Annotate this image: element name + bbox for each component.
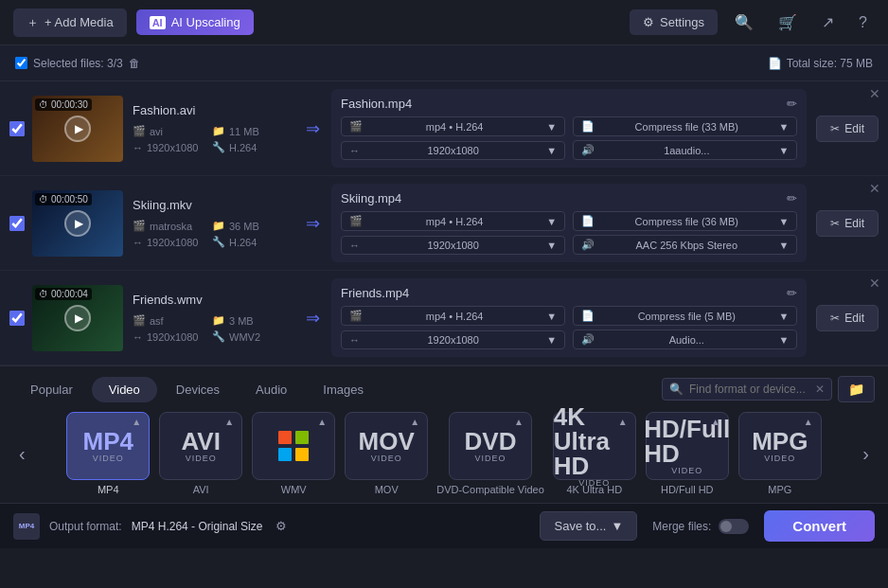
chevron-down-icon2: ▼ <box>778 121 789 133</box>
format-carousel: ‹ ▲ MP4 VIDEO MP4 ▲ AVI VIDEO AVI ▲ <box>13 412 875 503</box>
tab-devices[interactable]: Devices <box>159 377 237 402</box>
file-close-button[interactable]: ✕ <box>869 276 880 290</box>
file-checkbox[interactable] <box>9 311 25 326</box>
format-icon-box: ▲ HD/Full HD VIDEO <box>646 412 729 480</box>
search-clear-icon[interactable]: ✕ <box>815 383 825 396</box>
output-resolution-dropdown[interactable]: ↔ 1920x1080 ▼ <box>341 330 565 349</box>
selected-files-label: Selected files: 3/3 <box>33 57 123 70</box>
format-item-dvd[interactable]: ▲ DVD VIDEO DVD-Compatible Video <box>436 412 544 495</box>
share-button[interactable]: ↗ <box>814 9 842 35</box>
codec-meta: 🔧 H.264 <box>212 141 284 153</box>
format-icon-sub: VIDEO <box>474 454 506 463</box>
output-resolution-dropdown[interactable]: ↔ 1920x1080 ▼ <box>341 236 565 255</box>
play-button[interactable]: ▶ <box>64 305 91 331</box>
bottom-bar: MP4 Output format: MP4 H.264 - Original … <box>0 503 888 548</box>
delete-icon[interactable]: 🗑 <box>129 57 140 70</box>
output-format-dropdown[interactable]: 🎬 mp4 • H.264 ▼ <box>341 116 565 136</box>
tab-images[interactable]: Images <box>306 377 381 402</box>
chevron-down-icon: ▼ <box>546 311 557 322</box>
chevron-down-icon2: ▼ <box>778 311 789 322</box>
size-icon: 📁 <box>212 220 225 232</box>
merge-files-toggle[interactable] <box>719 519 749 534</box>
format-item-4k[interactable]: ▲ 4K Ultra HD VIDEO 4K Ultra HD <box>552 412 637 495</box>
file-name: Skiing.mkv <box>133 198 284 212</box>
output-rows: 🎬 mp4 • H.264 ▼ 📄 Compress file (5 MB) ▼… <box>341 306 797 349</box>
clock-icon: ⏱ <box>39 289 48 299</box>
format-meta: 🎬 avi <box>133 125 204 137</box>
output-audio-dropdown[interactable]: 🔊 Audio... ▼ <box>573 330 797 349</box>
edit-filename-icon[interactable]: ✏ <box>787 286 797 300</box>
output-audio-dropdown[interactable]: 🔊 1aaudio... ▼ <box>573 140 797 160</box>
save-to-button[interactable]: Save to... ▼ <box>540 511 637 541</box>
chevron-down-icon: ▼ <box>546 216 557 227</box>
play-button[interactable]: ▶ <box>64 116 91 142</box>
format-label: DVD-Compatible Video <box>436 484 544 495</box>
chevron-down-icon3: ▼ <box>546 240 557 251</box>
output-audio-text: 1aaudio... <box>664 145 709 156</box>
output-resolution-dropdown[interactable]: ↔ 1920x1080 ▼ <box>341 141 565 160</box>
ai-upscaling-button[interactable]: AI AI Upscaling <box>136 9 254 35</box>
edit-button[interactable]: ✂ Edit <box>816 305 879 331</box>
file-checkbox[interactable] <box>9 216 25 231</box>
output-format-dropdown[interactable]: 🎬 mp4 • H.264 ▼ <box>341 211 565 231</box>
duration-badge: ⏱ 00:00:04 <box>35 288 92 300</box>
audio-icon: 🔊 <box>581 144 595 156</box>
output-details-row: ↔ 1920x1080 ▼ 🔊 1aaudio... ▼ <box>341 140 797 160</box>
file-info: Friends.wmv 🎬 asf 📁 3 MB ↔ 1920x1080 🔧 W… <box>123 293 293 343</box>
carousel-prev-button[interactable]: ‹ <box>13 443 31 465</box>
chevron-down-icon4: ▼ <box>778 240 789 251</box>
scissors-icon: ✂ <box>830 312 840 325</box>
output-format-row: 🎬 mp4 • H.264 ▼ 📄 Compress file (33 MB) … <box>341 116 797 136</box>
tab-popular[interactable]: Popular <box>13 377 90 402</box>
format-item-mp4[interactable]: ▲ MP4 VIDEO MP4 <box>65 412 151 495</box>
format-item-avi[interactable]: ▲ AVI VIDEO AVI <box>158 412 243 495</box>
play-button[interactable]: ▶ <box>64 210 91 237</box>
convert-button[interactable]: Convert <box>764 510 875 542</box>
output-area: Fashion.mp4 ✏ 🎬 mp4 • H.264 ▼ 📄 Compress… <box>331 89 807 168</box>
help-button[interactable]: ? <box>851 10 875 35</box>
output-settings-gear[interactable]: ⚙ <box>275 519 287 533</box>
save-folder-button[interactable]: 📁 <box>838 376 875 402</box>
output-compress-dropdown[interactable]: 📄 Compress file (36 MB) ▼ <box>573 211 797 231</box>
file-close-button[interactable]: ✕ <box>869 87 880 100</box>
scissors-icon: ✂ <box>830 217 840 230</box>
file-close-button[interactable]: ✕ <box>869 182 880 195</box>
tab-audio[interactable]: Audio <box>239 377 304 402</box>
select-all-checkbox[interactable] <box>15 57 27 69</box>
output-format-label: Output format: <box>49 520 122 533</box>
cart-button[interactable]: 🛒 <box>771 9 805 35</box>
scissors-icon: ✂ <box>830 122 840 135</box>
thumbnail[interactable]: ⏱ 00:00:30 ▶ <box>32 96 123 162</box>
format-item-mov[interactable]: ▲ MOV VIDEO MOV <box>344 412 429 495</box>
search-icon: 🔍 <box>735 14 754 30</box>
size-meta: 📁 36 MB <box>212 220 284 232</box>
tab-video[interactable]: Video <box>92 377 157 402</box>
format-icon-box: ▲ DVD VIDEO <box>449 412 532 480</box>
compress-icon: 📄 <box>581 215 595 227</box>
thumbnail[interactable]: ⏱ 00:00:50 ▶ <box>32 190 123 257</box>
edit-button[interactable]: ✂ Edit <box>816 210 879 237</box>
file-checkbox[interactable] <box>9 121 25 136</box>
add-media-button[interactable]: ＋ + Add Media <box>13 9 127 37</box>
format-label: HD/Full HD <box>661 484 714 495</box>
format-item-wmv[interactable]: ▲ WMV <box>251 412 336 495</box>
carousel-next-button[interactable]: › <box>857 443 875 465</box>
format-search-input[interactable] <box>662 378 832 401</box>
format-item-hd[interactable]: ▲ HD/Full HD VIDEO HD/Full HD <box>645 412 730 495</box>
output-format-dropdown[interactable]: 🎬 mp4 • H.264 ▼ <box>341 306 565 326</box>
edit-filename-icon[interactable]: ✏ <box>787 97 797 111</box>
output-audio-dropdown[interactable]: 🔊 AAC 256 Kbps Stereo ▼ <box>573 235 797 255</box>
edit-button[interactable]: ✂ Edit <box>816 116 879 142</box>
output-compress-dropdown[interactable]: 📄 Compress file (33 MB) ▼ <box>573 116 797 136</box>
size-meta: 📁 11 MB <box>212 125 284 137</box>
output-compress-dropdown[interactable]: 📄 Compress file (5 MB) ▼ <box>573 306 797 326</box>
thumbnail[interactable]: ⏱ 00:00:04 ▶ <box>32 285 123 351</box>
search-button[interactable]: 🔍 <box>727 9 761 35</box>
folder-icon: 📁 <box>848 382 864 397</box>
format-label: WMV <box>281 484 307 495</box>
edit-filename-icon[interactable]: ✏ <box>787 191 797 205</box>
format-item-mpg[interactable]: ▲ MPG VIDEO MPG <box>737 412 823 495</box>
settings-button[interactable]: ⚙ Settings <box>630 9 718 35</box>
file-meta: 🎬 avi 📁 11 MB ↔ 1920x1080 🔧 H.264 <box>133 125 284 153</box>
format-icon-sub: VIDEO <box>371 454 402 463</box>
